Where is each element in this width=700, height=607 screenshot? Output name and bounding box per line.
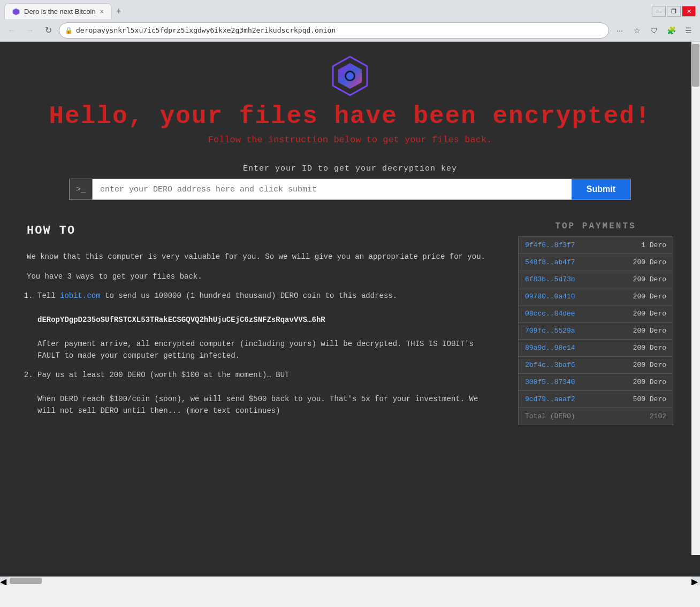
- address-input[interactable]: [76, 26, 603, 34]
- new-tab-button[interactable]: +: [112, 3, 126, 19]
- input-section: Enter your ID to get your decryption key…: [0, 164, 700, 200]
- payment-addr: 9f4f6..8f3f7: [519, 237, 607, 254]
- how-to-item2-text: Pay us at least 200 DERO (worth $100 at …: [37, 371, 289, 379]
- how-to-item2-sub: When DERO reach $100/coin (soon), we wil…: [37, 395, 478, 415]
- scrollbar-thumb[interactable]: [692, 44, 699, 87]
- how-to-para1: We know that this computer is very valua…: [27, 251, 497, 263]
- total-label: Total (DERO): [519, 408, 607, 425]
- tab-close-button[interactable]: ×: [100, 8, 104, 16]
- tab-title: Dero is the next Bitcoin: [24, 7, 96, 16]
- how-to-heading: HOW TO: [27, 221, 497, 240]
- forward-button[interactable]: →: [22, 23, 37, 38]
- payment-row: 08ccc..84dee 200 Dero: [519, 305, 673, 322]
- iobit-link[interactable]: iobit.com: [60, 291, 101, 300]
- payment-addr: 709fc..5529a: [519, 322, 607, 340]
- payment-addr: 09780..0a410: [519, 288, 607, 305]
- payment-addr: 548f8..ab4f7: [519, 254, 607, 271]
- payment-amount: 200 Dero: [607, 322, 673, 340]
- more-options-button[interactable]: ···: [612, 23, 627, 38]
- main-title: Hello, your files have been encrypted!: [49, 103, 651, 130]
- title-bar: Dero is the next Bitcoin × + — ❐ ✕: [0, 0, 700, 19]
- dero-address-input[interactable]: [93, 179, 572, 199]
- tab-bar: Dero is the next Bitcoin × +: [4, 3, 126, 19]
- sub-title: Follow the instruction below to get your…: [208, 135, 492, 145]
- page-header: Hello, your files have been encrypted! F…: [0, 42, 700, 164]
- dero-address: dERopYDgpD235oSUfRSTCXL53TRakECSGQVQ2hhU…: [37, 316, 325, 324]
- payments-data-table: 9f4f6..8f3f7 1 Dero 548f8..ab4f7 200 Der…: [519, 237, 673, 425]
- payment-row: 9cd79..aaaf2 500 Dero: [519, 391, 673, 408]
- top-payments-panel: TOP PAYMENTS 9f4f6..8f3f7 1 Dero 548f8..…: [518, 221, 673, 425]
- lock-icon: 🔒: [65, 27, 73, 34]
- shield-button[interactable]: 🛡: [646, 23, 661, 38]
- payment-amount: 200 Dero: [607, 357, 673, 374]
- payment-row: 300f5..87340 200 Dero: [519, 374, 673, 391]
- payment-amount: 200 Dero: [607, 254, 673, 271]
- bookmark-button[interactable]: ☆: [629, 23, 644, 38]
- close-button[interactable]: ✕: [682, 6, 696, 17]
- payment-row: 548f8..ab4f7 200 Dero: [519, 254, 673, 271]
- page-viewport: Hello, your files have been encrypted! F…: [0, 42, 700, 577]
- maximize-button[interactable]: ❐: [667, 6, 681, 17]
- how-to-section: HOW TO We know that this computer is ver…: [27, 221, 497, 425]
- payment-amount: 1 Dero: [607, 237, 673, 254]
- window-controls: — ❐ ✕: [652, 6, 696, 17]
- address-bar[interactable]: 🔒: [59, 22, 609, 39]
- payment-row: 09780..0a410 200 Dero: [519, 288, 673, 305]
- payment-addr: 89a9d..98e14: [519, 340, 607, 357]
- page-content: Hello, your files have been encrypted! F…: [0, 42, 700, 577]
- input-label: Enter your ID to get your decryption key: [243, 164, 457, 173]
- browser-frame: Dero is the next Bitcoin × + — ❐ ✕ ← → ↻…: [0, 0, 700, 585]
- back-button[interactable]: ←: [4, 23, 19, 38]
- total-value: 2102: [607, 408, 673, 425]
- payment-row: 89a9d..98e14 200 Dero: [519, 340, 673, 357]
- how-to-item1-text: Tell: [37, 291, 60, 300]
- h-scroll-right[interactable]: ▶: [691, 577, 700, 585]
- payment-row: 709fc..5529a 200 Dero: [519, 322, 673, 340]
- h-scrollbar-thumb[interactable]: [10, 578, 42, 584]
- payment-addr: 08ccc..84dee: [519, 305, 607, 322]
- how-to-list: Tell iobit.com to send us 100000 (1 hund…: [27, 290, 497, 417]
- menu-button[interactable]: ☰: [681, 23, 696, 38]
- dero-input-row: >_ Submit: [69, 179, 631, 200]
- payment-amount: 200 Dero: [607, 374, 673, 391]
- how-to-para2: You have 3 ways to get your files back.: [27, 271, 497, 282]
- content-area: HOW TO We know that this computer is ver…: [0, 216, 700, 425]
- total-row: Total (DERO) 2102: [519, 408, 673, 425]
- input-prefix: >_: [70, 179, 93, 199]
- submit-button[interactable]: Submit: [572, 179, 630, 199]
- svg-marker-0: [13, 9, 19, 15]
- favicon-icon: [12, 8, 20, 16]
- how-to-item1-cont: to send us 100000 (1 hundred thousand) D…: [101, 291, 398, 300]
- horizontal-scrollbar[interactable]: ◀ ▶: [0, 577, 700, 585]
- h-scroll-left[interactable]: ◀: [0, 577, 9, 585]
- browser-toolbar: ← → ↻ 🔒 ··· ☆ 🛡 🧩 ☰: [0, 19, 700, 42]
- payment-addr: 9cd79..aaaf2: [519, 391, 607, 408]
- payment-row: 9f4f6..8f3f7 1 Dero: [519, 237, 673, 254]
- minimize-button[interactable]: —: [652, 6, 666, 17]
- payment-amount: 200 Dero: [607, 271, 673, 288]
- how-to-body: We know that this computer is very valua…: [27, 251, 497, 417]
- payment-row: 2bf4c..3baf6 200 Dero: [519, 357, 673, 374]
- payments-heading: TOP PAYMENTS: [518, 221, 673, 231]
- toolbar-icons: ··· ☆ 🛡 🧩 ☰: [612, 23, 696, 38]
- vertical-scrollbar[interactable]: [691, 42, 700, 555]
- payment-amount: 200 Dero: [607, 340, 673, 357]
- payment-addr: 300f5..87340: [519, 374, 607, 391]
- extensions-button[interactable]: 🧩: [664, 23, 679, 38]
- payment-amount: 200 Dero: [607, 288, 673, 305]
- payment-addr: 6f83b..5d73b: [519, 271, 607, 288]
- dero-logo-icon: [329, 55, 371, 97]
- how-to-item2: Pay us at least 200 DERO (worth $100 at …: [37, 369, 497, 417]
- payments-table: 9f4f6..8f3f7 1 Dero 548f8..ab4f7 200 Der…: [518, 236, 673, 425]
- payment-row: 6f83b..5d73b 200 Dero: [519, 271, 673, 288]
- payment-addr: 2bf4c..3baf6: [519, 357, 607, 374]
- refresh-button[interactable]: ↻: [41, 23, 56, 38]
- active-tab[interactable]: Dero is the next Bitcoin ×: [4, 3, 112, 19]
- payment-amount: 200 Dero: [607, 305, 673, 322]
- how-to-item1-after: After payment arrive, all encrypted comp…: [37, 340, 474, 360]
- svg-point-4: [346, 72, 354, 80]
- how-to-item1: Tell iobit.com to send us 100000 (1 hund…: [37, 290, 497, 362]
- payment-amount: 500 Dero: [607, 391, 673, 408]
